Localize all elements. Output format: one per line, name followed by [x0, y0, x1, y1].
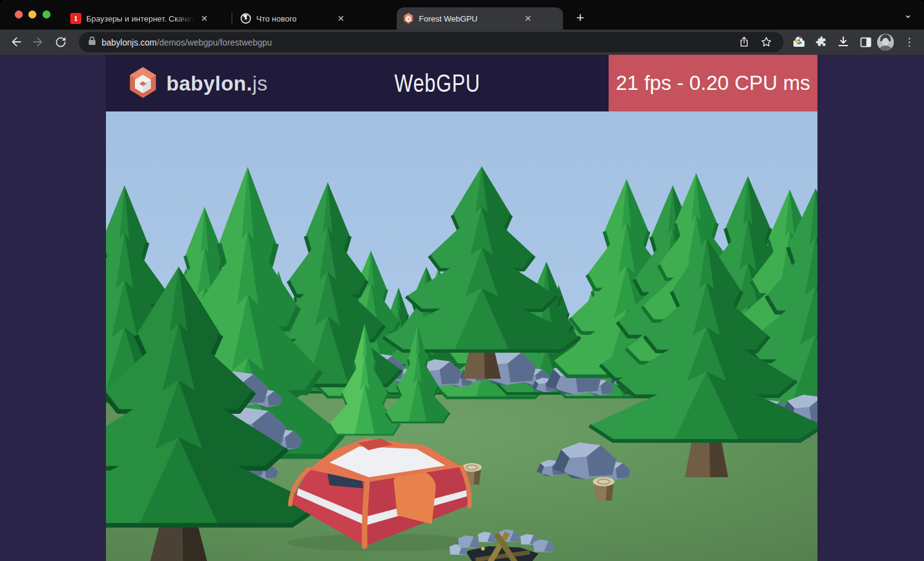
tab-forest-webgpu[interactable]: Forest WebGPU ✕: [397, 7, 563, 30]
tab-divider: [232, 13, 232, 24]
babylonjs-logo-icon: [128, 67, 158, 101]
forest-render[interactable]: [106, 111, 817, 561]
close-icon[interactable]: ✕: [523, 13, 533, 24]
tab-browsers-article[interactable]: 1 Браузеры и интернет. Скачат ✕: [64, 7, 228, 30]
tab-whats-new[interactable]: Что нового ✕: [234, 7, 393, 30]
tab-title: Forest WebGPU: [419, 14, 477, 23]
babylonjs-icon: [403, 13, 414, 24]
macos-close-button[interactable]: [15, 10, 23, 18]
fps-counter: 21 fps - 0.20 CPU ms: [609, 55, 817, 111]
demo-header: babylon.js WebGPU: [106, 55, 609, 111]
close-icon[interactable]: ✕: [200, 13, 209, 24]
babylonjs-brand[interactable]: babylon.js: [128, 67, 268, 101]
kebab-menu-icon[interactable]: ⋮: [901, 33, 918, 50]
bookmark-star-icon[interactable]: [758, 33, 775, 50]
macos-minimize-button[interactable]: [28, 10, 36, 18]
download-icon[interactable]: [835, 33, 852, 50]
page-background: babylon.js WebGPU 21 fps - 0.20 CPU ms: [0, 55, 924, 561]
browser-window: 1 Браузеры и интернет. Скачат ✕ Что ново…: [0, 0, 924, 561]
url-domain: babylonjs.com: [102, 38, 157, 47]
extensions-puzzle-icon[interactable]: [813, 33, 830, 50]
yandex-browser-icon: [240, 13, 251, 24]
macos-zoom-button[interactable]: [43, 10, 51, 18]
webgpu-3d-scene[interactable]: [106, 111, 817, 561]
reload-icon[interactable]: [52, 33, 69, 50]
url-text[interactable]: babylonjs.com/demos/webgpu/forestwebgpu: [102, 38, 272, 47]
side-panel-icon[interactable]: [857, 33, 874, 50]
back-icon[interactable]: [7, 33, 25, 50]
profile-avatar[interactable]: [877, 34, 894, 50]
page-title: WebGPU: [394, 70, 480, 97]
channel-one-icon: 1: [70, 13, 81, 24]
address-bar[interactable]: babylonjs.com/demos/webgpu/forestwebgpu: [79, 32, 784, 52]
close-icon[interactable]: ✕: [336, 13, 346, 24]
brand-wordmark: babylon.js: [166, 72, 268, 95]
forward-icon[interactable]: [30, 33, 47, 50]
browser-toolbar: babylonjs.com/demos/webgpu/forestwebgpu …: [0, 30, 924, 55]
new-tab-button[interactable]: +: [570, 9, 590, 28]
tab-title: Что нового: [256, 14, 296, 23]
chrome-pocket-icon[interactable]: [790, 33, 808, 50]
tab-title: Браузеры и интернет. Скачат: [86, 14, 195, 23]
lock-icon[interactable]: [88, 36, 96, 48]
tab-strip: 1 Браузеры и интернет. Скачат ✕ Что ново…: [0, 0, 924, 30]
demo-canvas-area: babylon.js WebGPU 21 fps - 0.20 CPU ms: [106, 55, 817, 561]
url-path: /demos/webgpu/forestwebgpu: [157, 38, 272, 47]
share-icon[interactable]: [736, 33, 753, 50]
tab-search-chevron-icon[interactable]: ⌄: [901, 8, 915, 23]
